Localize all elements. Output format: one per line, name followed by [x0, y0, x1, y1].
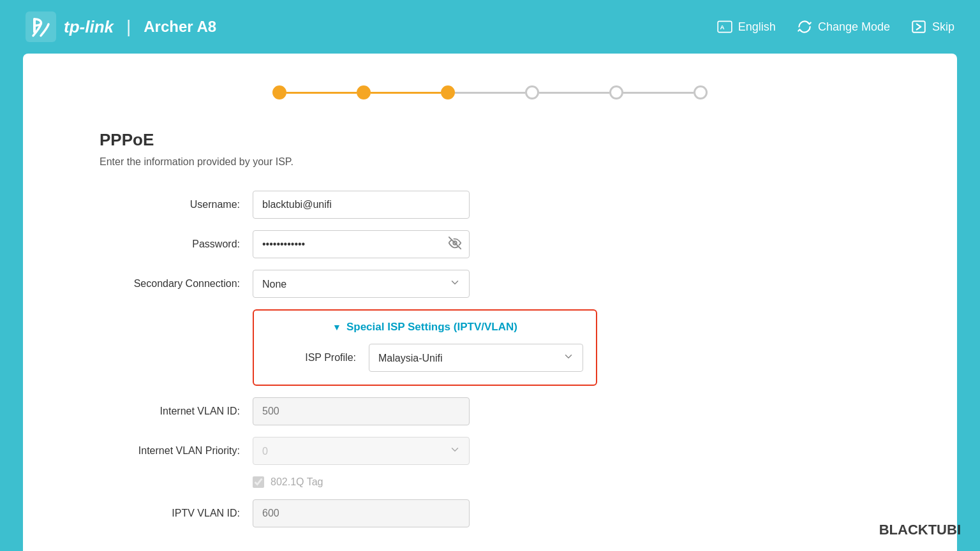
- secondary-connection-label: Secondary Connection:: [100, 278, 253, 290]
- password-toggle-icon[interactable]: [448, 236, 462, 253]
- internet-vlan-priority-select[interactable]: 0 1 2: [253, 437, 470, 465]
- step-3: [441, 85, 455, 99]
- secondary-connection-row: Secondary Connection: None Dynamic IP St…: [100, 270, 919, 298]
- step-4: [525, 85, 539, 99]
- password-input[interactable]: [253, 230, 470, 258]
- step-5: [609, 85, 623, 99]
- internet-vlan-priority-label: Internet VLAN Priority:: [100, 445, 253, 457]
- svg-rect-3: [912, 21, 925, 32]
- password-wrapper: [253, 230, 470, 258]
- password-row: Password:: [100, 230, 919, 258]
- secondary-connection-select[interactable]: None Dynamic IP Static IP: [253, 270, 470, 298]
- password-label: Password:: [100, 239, 253, 250]
- language-button[interactable]: A English: [716, 18, 776, 35]
- isp-settings-title[interactable]: Special ISP Settings (IPTV/VLAN): [346, 321, 517, 334]
- step-line-5: [623, 92, 694, 94]
- svg-text:A: A: [720, 24, 724, 31]
- isp-profile-select[interactable]: Malaysia-Unifi Malaysia-Maxis Other: [369, 344, 583, 372]
- header: tp-link | Archer A8 A English Change Mod…: [0, 0, 980, 54]
- step-line-1: [286, 92, 357, 94]
- internet-vlan-id-input[interactable]: [253, 397, 470, 425]
- internet-vlan-priority-row: Internet VLAN Priority: 0 1 2: [100, 437, 919, 465]
- skip-button[interactable]: Skip: [910, 18, 954, 35]
- form-section: PPPoE Enter the information provided by …: [61, 130, 919, 527]
- language-icon: A: [716, 18, 733, 35]
- step-line-3: [455, 92, 525, 94]
- step-6: [694, 85, 708, 99]
- change-mode-icon: [796, 18, 813, 35]
- change-mode-label: Change Mode: [818, 20, 890, 34]
- step-line-2: [371, 92, 441, 94]
- internet-vlan-id-row: Internet VLAN ID:: [100, 397, 919, 425]
- skip-label: Skip: [932, 20, 954, 34]
- isp-profile-label: ISP Profile:: [267, 352, 369, 364]
- iptv-vlan-id-row: IPTV VLAN ID:: [100, 499, 919, 527]
- isp-settings-box: ▼ Special ISP Settings (IPTV/VLAN) ISP P…: [253, 309, 597, 386]
- iptv-vlan-id-input[interactable]: [253, 499, 470, 527]
- logo-area: tp-link | Archer A8: [26, 11, 216, 42]
- isp-triangle-icon: ▼: [332, 322, 341, 332]
- isp-header: ▼ Special ISP Settings (IPTV/VLAN): [267, 321, 583, 334]
- internet-vlan-priority-wrapper: 0 1 2: [253, 437, 470, 465]
- skip-icon: [910, 18, 927, 35]
- header-right: A English Change Mode Skip: [716, 18, 954, 35]
- username-row: Username:: [100, 191, 919, 219]
- step-1: [272, 85, 286, 99]
- isp-profile-row: ISP Profile: Malaysia-Unifi Malaysia-Max…: [267, 344, 583, 372]
- secondary-connection-wrapper: None Dynamic IP Static IP: [253, 270, 470, 298]
- username-input[interactable]: [253, 191, 470, 219]
- internet-vlan-id-label: Internet VLAN ID:: [100, 406, 253, 417]
- dot1q-tag-row: 802.1Q Tag: [253, 476, 919, 488]
- watermark: BLACKTUBI: [879, 522, 961, 538]
- language-label: English: [738, 20, 776, 34]
- dot1q-checkbox-item: 802.1Q Tag: [253, 476, 323, 488]
- isp-profile-wrapper: Malaysia-Unifi Malaysia-Maxis Other: [369, 344, 583, 372]
- page-description: Enter the information provided by your I…: [100, 156, 919, 168]
- tplink-text: tp-link: [64, 17, 114, 37]
- iptv-vlan-id-label: IPTV VLAN ID:: [100, 508, 253, 519]
- step-line-4: [539, 92, 609, 94]
- step-2: [357, 85, 371, 99]
- dot1q-label: 802.1Q Tag: [271, 476, 323, 488]
- change-mode-button[interactable]: Change Mode: [796, 18, 890, 35]
- progress-bar: [61, 79, 919, 99]
- dot1q-checkbox[interactable]: [253, 476, 264, 488]
- main-container: PPPoE Enter the information provided by …: [23, 54, 957, 551]
- product-name[interactable]: Archer A8: [144, 18, 216, 36]
- page-title: PPPoE: [100, 130, 919, 150]
- username-label: Username:: [100, 199, 253, 210]
- tplink-logo-icon: [26, 11, 56, 42]
- logo-divider: |: [126, 17, 131, 37]
